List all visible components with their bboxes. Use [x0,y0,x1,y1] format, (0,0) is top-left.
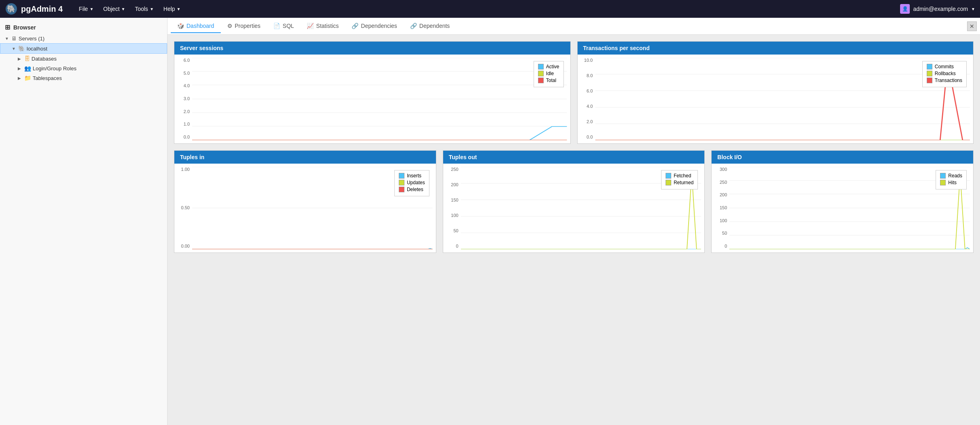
legend-color-active [538,64,544,69]
database-icon: 🗄 [24,55,30,62]
legend-label-deletes: Deletes [407,187,423,192]
svg-text:🐘: 🐘 [7,4,16,13]
legend-label-idle: Idle [546,71,554,76]
tree-label-roles: Login/Group Roles [33,65,76,72]
close-button[interactable]: ✕ [967,21,977,31]
legend-tuples-in: Inserts Updates Deletes [394,170,429,196]
legend-label-commits: Commits [935,64,954,69]
dashboard-icon: 🎲 [177,23,184,29]
tree-node-roles[interactable]: ▶ 👥 Login/Group Roles [0,63,167,73]
chart-server-sessions-body: 6.0 5.0 4.0 3.0 2.0 1.0 0.0 [174,55,570,143]
chart-tuples-out-body: 250 200 150 100 50 0 [443,164,705,252]
tab-bar: 🎲 Dashboard ⚙ Properties 📄 SQL 📈 Statist… [168,18,980,35]
legend-item-fetched: Fetched [666,173,693,179]
menu-help[interactable]: Help ▼ [159,3,185,15]
tab-sql[interactable]: 📄 SQL [267,19,300,33]
chart-block-io: Block I/O 300 250 200 150 100 50 0 [711,150,974,253]
tab-dashboard[interactable]: 🎲 Dashboard [171,19,221,33]
tab-dependents-label: Dependents [419,23,450,29]
chart-block-io-header: Block I/O [712,151,973,164]
tree-node-tablespaces[interactable]: ▶ 📁 Tablespaces [0,73,167,83]
tab-properties[interactable]: ⚙ Properties [221,19,267,33]
y-axis-block-io: 300 250 200 150 100 50 0 [715,167,729,249]
y-axis-server-sessions: 6.0 5.0 4.0 3.0 2.0 1.0 0.0 [178,58,192,140]
legend-color-fetched [666,173,671,179]
legend-color-deletes [399,187,404,192]
dashboard-row-1: Server sessions 6.0 5.0 4.0 3.0 2.0 1.0 … [174,41,974,144]
legend-item-returned: Returned [666,180,693,185]
legend-item-hits: Hits [940,180,962,185]
expand-icon: ▶ [18,76,23,80]
elephant-logo: 🐘 [5,2,18,15]
sidebar-title: Browser [13,24,36,31]
tab-sql-label: SQL [283,23,294,29]
nav-menu: File ▼ Object ▼ Tools ▼ Help ▼ [75,3,184,15]
legend-color-inserts [399,173,404,179]
sidebar-header: ⊞ Browser [0,21,167,34]
dependents-icon: 🔗 [410,23,417,29]
app-title: pgAdmin 4 [21,4,63,14]
legend-item-deletes: Deletes [399,187,425,192]
legend-item-idle: Idle [538,71,559,76]
tablespace-icon: 📁 [24,75,31,81]
legend-label-updates: Updates [407,180,425,185]
dependencies-icon: 🔗 [352,23,358,29]
browser-icon: ⊞ [5,23,10,31]
tab-dependencies-label: Dependencies [361,23,397,29]
legend-label-transactions: Transactions [935,78,962,83]
chart-transactions-header: Transactions per second [578,42,974,55]
legend-item-active: Active [538,64,559,69]
legend-label-reads: Reads [948,173,962,179]
legend-item-rollbacks: Rollbacks [927,71,962,76]
legend-label-active: Active [546,64,559,69]
tree-node-servers[interactable]: ▼ 🖥 Servers (1) [0,34,167,43]
tree-node-databases[interactable]: ▶ 🗄 Databases [0,54,167,63]
y-axis-tuples-out: 250 200 150 100 50 0 [446,167,461,249]
tab-dependents[interactable]: 🔗 Dependents [404,19,456,33]
chart-canvas-server-sessions: Active Idle Total [192,58,567,140]
user-email: admin@example.com [913,6,968,12]
chart-tuples-out-header: Tuples out [443,151,705,164]
chart-canvas-tuples-in: Inserts Updates Deletes [192,167,433,249]
chart-canvas-transactions: Commits Rollbacks Transactions [595,58,970,140]
legend-color-returned [666,180,671,185]
chart-tuples-out: Tuples out 250 200 150 100 50 0 [443,150,705,253]
chart-canvas-tuples-out: Fetched Returned [461,167,701,249]
menu-file[interactable]: File ▼ [75,3,97,15]
menu-tools[interactable]: Tools ▼ [131,3,158,15]
legend-color-updates [399,180,404,185]
chart-svg-server-sessions [192,58,567,140]
chart-server-sessions: Server sessions 6.0 5.0 4.0 3.0 2.0 1.0 … [174,41,571,144]
legend-block-io: Reads Hits [936,170,967,189]
menu-object[interactable]: Object ▼ [99,3,129,15]
chevron-down-icon: ▼ [971,7,975,11]
statistics-icon: 📈 [307,23,314,29]
chevron-down-icon: ▼ [150,7,154,11]
legend-label-rollbacks: Rollbacks [935,71,956,76]
chart-tuples-in-body: 1.00 0.50 0.00 [174,164,436,252]
tab-statistics[interactable]: 📈 Statistics [300,19,345,33]
tree-label-databases: Databases [31,56,57,62]
chart-block-io-body: 300 250 200 150 100 50 0 [712,164,973,252]
tree-node-localhost[interactable]: ▼ 🐘 localhost [0,43,167,54]
tab-properties-label: Properties [235,23,261,29]
y-axis-transactions: 10.0 8.0 6.0 4.0 2.0 0.0 [581,58,595,140]
chart-transactions-body: 10.0 8.0 6.0 4.0 2.0 0.0 [578,55,974,143]
chart-canvas-block-io: Reads Hits [729,167,970,249]
legend-item-reads: Reads [940,173,962,179]
legend-color-hits [940,180,946,185]
chart-tuples-in-header: Tuples in [174,151,436,164]
legend-color-reads [940,173,946,179]
tree-label-tablespaces: Tablespaces [33,75,62,81]
expand-icon: ▼ [5,36,10,41]
y-axis-tuples-in: 1.00 0.50 0.00 [178,167,192,249]
chevron-down-icon: ▼ [90,7,94,11]
legend-item-commits: Commits [927,64,962,69]
legend-color-total [538,78,544,83]
legend-label-inserts: Inserts [407,173,421,179]
tab-dependencies[interactable]: 🔗 Dependencies [345,19,404,33]
chart-server-sessions-header: Server sessions [174,42,570,55]
legend-item-updates: Updates [399,180,425,185]
tree-label-localhost: localhost [27,46,47,52]
navbar: 🐘 pgAdmin 4 File ▼ Object ▼ Tools ▼ Help… [0,0,980,18]
